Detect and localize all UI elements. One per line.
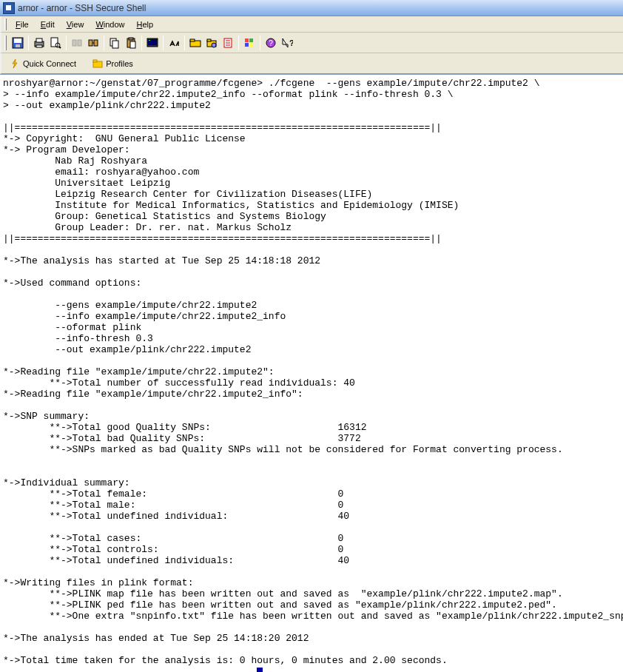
- colors-button[interactable]: [241, 35, 257, 51]
- svg-rect-31: [245, 38, 249, 42]
- svg-text:?: ?: [269, 39, 273, 47]
- terminal-cursor: [257, 668, 263, 672]
- svg-rect-32: [249, 38, 253, 42]
- svg-rect-21: [149, 40, 150, 41]
- paste-button[interactable]: [123, 35, 139, 51]
- find-button[interactable]: [166, 35, 182, 51]
- svg-point-26: [212, 43, 216, 47]
- svg-rect-39: [93, 60, 97, 62]
- svg-text:?: ?: [289, 38, 293, 47]
- new-file-transfer-button[interactable]: [187, 35, 203, 51]
- connection-bar: Quick Connect Profiles: [0, 53, 623, 74]
- terminal-icon: [147, 37, 158, 49]
- svg-rect-17: [129, 38, 133, 40]
- file-transfer-icon: [189, 37, 201, 49]
- lightning-icon: [10, 58, 20, 69]
- svg-rect-9: [73, 40, 76, 46]
- print-button[interactable]: [31, 35, 47, 51]
- menu-bar: File Edit View Window Help: [0, 16, 623, 33]
- svg-rect-18: [130, 41, 135, 48]
- svg-line-8: [59, 47, 61, 48]
- terminal-output: nroshyar@arnor:~/genstat/07_programme/fc…: [3, 78, 623, 666]
- svg-rect-4: [36, 38, 42, 42]
- paste-icon: [125, 37, 137, 49]
- menu-edit[interactable]: Edit: [35, 19, 61, 30]
- disconnect-icon: [71, 37, 83, 49]
- svg-rect-23: [190, 39, 195, 41]
- menu-help[interactable]: Help: [131, 19, 160, 30]
- colors-icon: [243, 37, 255, 49]
- connect-icon: [87, 37, 99, 49]
- context-help-button[interactable]: ?: [279, 35, 295, 51]
- svg-rect-5: [36, 45, 42, 47]
- toolbar: ? ?: [0, 33, 623, 53]
- log-button[interactable]: [220, 35, 236, 51]
- copy-icon: [109, 37, 121, 49]
- svg-rect-10: [78, 40, 81, 46]
- folder-icon: [92, 58, 103, 69]
- menubar-grip[interactable]: [4, 19, 7, 30]
- find-icon: [168, 37, 180, 49]
- context-help-icon: ?: [281, 37, 293, 49]
- settings-button[interactable]: [203, 35, 220, 51]
- profiles-button[interactable]: Profiles: [87, 56, 138, 72]
- copy-button[interactable]: [107, 35, 123, 51]
- svg-rect-25: [207, 39, 211, 41]
- profiles-label: Profiles: [106, 59, 133, 68]
- print-preview-button[interactable]: [47, 35, 64, 51]
- menu-view[interactable]: View: [61, 19, 90, 30]
- print-icon: [33, 37, 45, 49]
- toolbar-grip[interactable]: [4, 36, 7, 50]
- svg-rect-15: [112, 41, 118, 48]
- save-icon: [12, 37, 24, 49]
- disconnect-button: [69, 35, 85, 51]
- svg-rect-34: [249, 43, 253, 47]
- app-icon: [3, 2, 15, 14]
- terminal-pane[interactable]: nroshyar@arnor:~/genstat/07_programme/fc…: [0, 74, 623, 672]
- menu-file[interactable]: File: [10, 19, 35, 30]
- window-titlebar: arnor - arnor - SSH Secure Shell: [0, 0, 623, 16]
- quick-connect-button[interactable]: Quick Connect: [4, 56, 81, 72]
- print-preview-icon: [50, 37, 61, 49]
- new-terminal-button[interactable]: [144, 35, 161, 51]
- log-icon: [222, 37, 234, 49]
- svg-rect-2: [16, 44, 20, 47]
- svg-rect-33: [245, 43, 249, 47]
- menu-window[interactable]: Window: [90, 19, 130, 30]
- settings-icon: [206, 37, 218, 49]
- save-button[interactable]: [10, 35, 26, 51]
- svg-rect-1: [14, 38, 21, 43]
- help-button[interactable]: ?: [263, 35, 279, 51]
- window-title: arnor - arnor - SSH Secure Shell: [18, 3, 146, 13]
- connect-button[interactable]: [85, 35, 101, 51]
- svg-rect-11: [89, 40, 92, 46]
- help-icon: ?: [265, 37, 277, 49]
- svg-rect-12: [94, 40, 98, 46]
- quick-connect-label: Quick Connect: [23, 59, 76, 68]
- svg-rect-6: [51, 38, 58, 47]
